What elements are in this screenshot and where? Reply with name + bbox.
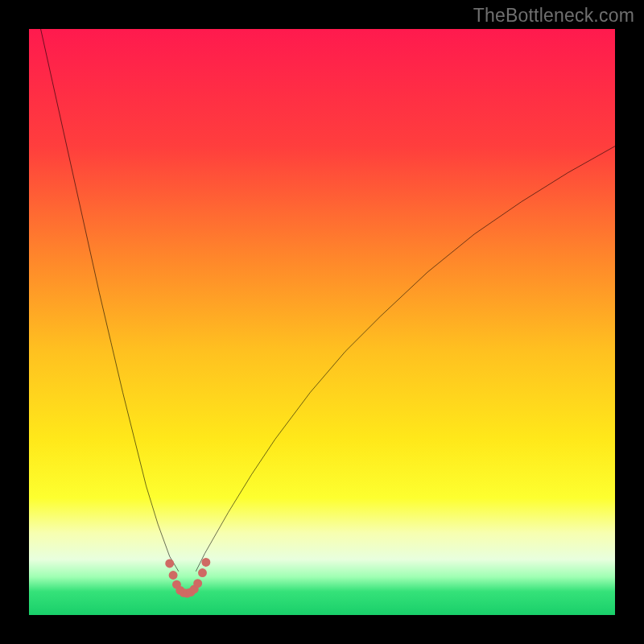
chart-frame: TheBottleneck.com (0, 0, 644, 644)
watermark-text: TheBottleneck.com (473, 5, 634, 27)
right-curve (196, 147, 615, 572)
trough-marker-dot (201, 558, 210, 567)
trough-marker-dot (193, 579, 202, 588)
trough-marker-dot (165, 559, 174, 568)
trough-marker-dot (169, 571, 178, 580)
curve-layer (29, 29, 615, 615)
left-curve (41, 29, 179, 571)
trough-marker-dot (198, 568, 207, 577)
plot-area (29, 29, 615, 615)
